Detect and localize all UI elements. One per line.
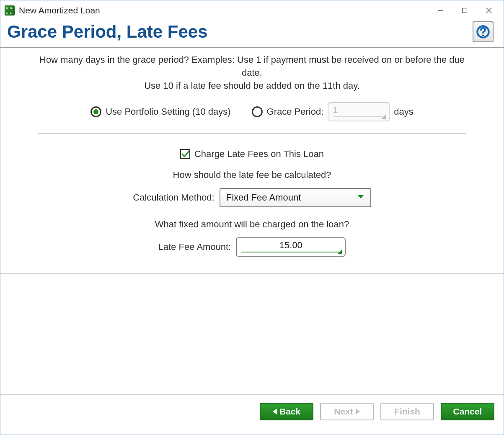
- svg-point-5: [482, 34, 484, 36]
- triangle-left-icon: [273, 409, 277, 414]
- calc-method-select[interactable]: Fixed Fee Amount: [220, 188, 371, 207]
- svg-rect-1: [463, 8, 467, 13]
- radio-icon: [252, 106, 263, 117]
- minimize-button[interactable]: [428, 2, 452, 19]
- chevron-down-icon: [357, 192, 364, 203]
- calc-method-row: Calculation Method: Fixed Fee Amount: [38, 188, 466, 207]
- finish-label: Finish: [394, 407, 420, 417]
- page-header: Grace Period, Late Fees: [0, 21, 504, 48]
- use-portfolio-label: Use Portfolio Setting (10 days): [106, 106, 230, 117]
- charge-late-fees-label: Charge Late Fees on This Loan: [194, 149, 324, 160]
- back-button[interactable]: Back: [260, 403, 313, 420]
- intro-text: How many days in the grace period? Examp…: [38, 54, 466, 92]
- intro-line2: Use 10 if a late fee should be added on …: [38, 80, 466, 93]
- custom-grace-option[interactable]: Grace Period: 1 days: [252, 102, 414, 121]
- intro-line1: How many days in the grace period? Examp…: [38, 54, 466, 80]
- input-resize-grip-icon: [381, 114, 386, 119]
- next-button[interactable]: Next: [320, 403, 374, 420]
- cancel-button[interactable]: Cancel: [441, 403, 494, 420]
- checkbox-icon: [180, 149, 190, 159]
- spacer: [0, 274, 504, 394]
- window-controls: [428, 2, 501, 19]
- finish-button[interactable]: Finish: [380, 403, 434, 420]
- fixed-amount-question: What fixed amount will be charged on the…: [38, 219, 466, 230]
- late-fee-amount-label: Late Fee Amount:: [158, 242, 231, 252]
- radio-icon: [90, 106, 101, 117]
- window-title: New Amortized Loan: [19, 5, 428, 15]
- calc-method-value: Fixed Fee Amount: [226, 192, 301, 203]
- grace-days-suffix: days: [394, 106, 413, 117]
- calc-question: How should the late fee be calculated?: [38, 170, 466, 180]
- wizard-button-bar: Back Next Finish Cancel: [0, 394, 504, 428]
- back-label: Back: [279, 407, 300, 417]
- cancel-label: Cancel: [453, 407, 482, 417]
- use-portfolio-option[interactable]: Use Portfolio Setting (10 days): [90, 106, 230, 117]
- late-fee-amount-value: 15.00: [279, 240, 302, 250]
- section-divider: [38, 133, 466, 134]
- maximize-button[interactable]: [452, 2, 477, 19]
- late-fee-amount-input[interactable]: 15.00: [236, 237, 346, 257]
- app-icon: [5, 5, 15, 15]
- page-title: Grace Period, Late Fees: [7, 22, 208, 42]
- titlebar: New Amortized Loan: [0, 0, 504, 21]
- next-label: Next: [334, 407, 353, 417]
- charge-late-fees-row[interactable]: Charge Late Fees on This Loan: [38, 149, 466, 160]
- input-resize-grip-icon: [337, 249, 342, 254]
- custom-grace-label: Grace Period:: [267, 106, 324, 117]
- grace-days-input[interactable]: 1: [328, 102, 390, 121]
- grace-period-radios: Use Portfolio Setting (10 days) Grace Pe…: [38, 102, 466, 121]
- calc-method-label: Calculation Method:: [133, 192, 214, 203]
- triangle-right-icon: [356, 409, 360, 414]
- late-fee-amount-row: Late Fee Amount: 15.00: [38, 237, 466, 257]
- grace-days-value: 1: [333, 105, 338, 115]
- close-button[interactable]: [477, 2, 501, 19]
- form-body: How many days in the grace period? Examp…: [0, 48, 504, 257]
- help-button[interactable]: [473, 21, 494, 42]
